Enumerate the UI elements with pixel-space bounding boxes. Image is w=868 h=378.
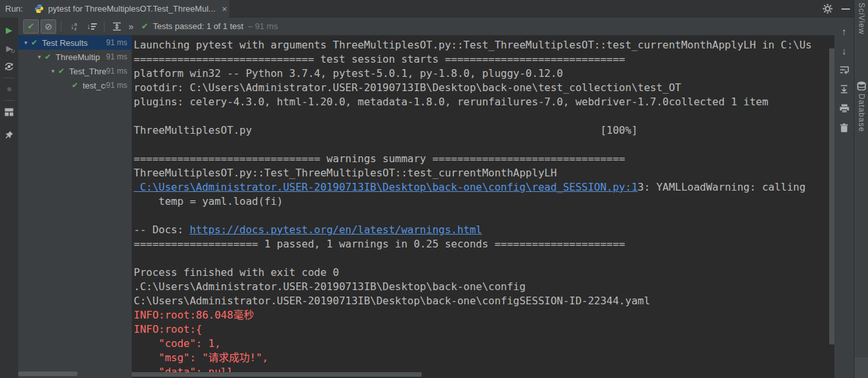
test-tree-row[interactable]: ✔test_cu91 ms — [18, 78, 132, 92]
print-button[interactable] — [836, 100, 852, 117]
header-left: Run: pytest for ThreeMultiplesOT.Test_Th… — [0, 0, 229, 17]
trash-icon — [840, 123, 848, 132]
pytest-icon — [34, 4, 44, 14]
toolwindow-button-database[interactable]: Database — [854, 81, 868, 132]
console-line — [134, 209, 812, 223]
console-line: C:\Users\Administrator.USER-20190713IB\D… — [134, 180, 812, 194]
test-duration: 91 ms — [106, 38, 132, 47]
test-passed-icon: ✔ — [45, 52, 56, 61]
expand-collapse-button[interactable] — [109, 19, 125, 34]
sort-by-duration-icon: ↓ — [87, 22, 97, 31]
show-ignored-button[interactable]: ⊘ — [41, 19, 56, 34]
printer-icon — [840, 104, 849, 113]
divider — [104, 21, 105, 32]
test-tree-panel: ▼✔Test Results91 ms▼✔ThreeMultip91 ms▼✔T… — [18, 36, 132, 378]
expander-icon[interactable]: ▼ — [48, 68, 58, 74]
expander-icon[interactable]: ▼ — [21, 40, 31, 46]
toggle-auto-test-button[interactable] — [0, 59, 18, 74]
console-text-segment: "msg": "请求成功!", — [134, 352, 269, 364]
test-tree-row[interactable]: ▼✔Test_Thre91 ms — [18, 64, 132, 78]
runner-left-toolbar: ▶ ▶↻ ■ — [0, 17, 18, 378]
toolbar-overflow-icon[interactable]: » — [129, 21, 134, 32]
soft-wrap-icon — [840, 65, 849, 74]
pin-icon — [5, 131, 14, 140]
rerun-failed-tests-button[interactable]: ▶↻ — [0, 41, 18, 56]
console-text-segment: ThreeMultiplesOT.py::Test_ThreeMultiples… — [134, 167, 557, 179]
up-stacktrace-button[interactable]: ↑ — [836, 23, 852, 39]
test-passed-icon: ✔ — [58, 67, 69, 76]
run-icon: ▶ — [6, 26, 12, 34]
expander-icon[interactable]: ▼ — [34, 54, 45, 60]
restore-layout-button[interactable] — [0, 105, 18, 119]
soft-wrap-button[interactable] — [836, 61, 852, 78]
show-ignored-icon: ⊘ — [45, 22, 52, 31]
console-text-segment: INFO:root:{ — [134, 323, 202, 335]
divider — [3, 78, 15, 78]
run-config-tab[interactable]: pytest for ThreeMultiplesOT.Test_ThreeMu… — [29, 0, 232, 17]
console-line: C:\Users\Administrator.USER-20190713IB\D… — [134, 294, 812, 308]
clear-all-button[interactable] — [836, 120, 852, 136]
rerun-button[interactable]: ▶ — [0, 23, 18, 37]
test-name: Test Results — [42, 38, 106, 48]
sort-by-duration-button[interactable]: ↓ — [84, 19, 99, 34]
test-duration: 91 ms — [106, 52, 132, 61]
console-text-segment: ThreeMultiplesOT.py [100%] — [134, 124, 637, 136]
gear-icon[interactable] — [823, 4, 832, 14]
test-passed-icon: ✔ — [72, 81, 83, 90]
console-text-segment: Process finished with exit code 0 — [134, 266, 339, 278]
sciview-label: SciView — [857, 3, 866, 34]
console-text-segment: .C:\Users\Administrator.USER-20190713IB\… — [134, 280, 526, 293]
down-stacktrace-button[interactable]: ↓ — [836, 42, 852, 59]
scroll-to-end-button[interactable] — [836, 81, 852, 98]
stop-icon: ■ — [6, 85, 11, 93]
console-line: platform win32 -- Python 3.7.4, pytest-5… — [134, 67, 812, 81]
console-text-segment: rootdir: C:\Users\Administrator.USER-201… — [134, 81, 681, 94]
arrow-up-icon: ↑ — [842, 26, 847, 36]
console-text-segment: INFO:root:86.048毫秒 — [134, 309, 254, 321]
header-right — [823, 0, 850, 17]
console-output[interactable]: Launching pytest with arguments ThreeMul… — [132, 36, 834, 378]
tab-close-icon[interactable]: × — [222, 4, 227, 14]
console-line: Launching pytest with arguments ThreeMul… — [134, 38, 812, 52]
show-passed-button[interactable]: ✔ — [23, 19, 39, 34]
test-tree: ▼✔Test Results91 ms▼✔ThreeMultip91 ms▼✔T… — [18, 36, 132, 92]
console-toolbar: ↑ ↓ — [834, 17, 854, 378]
auto-test-icon — [4, 61, 14, 72]
console-line: ============================== warnings … — [134, 152, 812, 166]
console-line: ==================== 1 passed, 1 warning… — [134, 237, 812, 251]
console-text-segment: 3: YAMLLoadWarning: calling — [637, 181, 805, 193]
console-line: ThreeMultiplesOT.py::Test_ThreeMultiples… — [134, 166, 812, 180]
console-horizontal-scrollbar[interactable] — [132, 372, 422, 377]
test-passed-icon: ✔ — [31, 38, 42, 47]
sort-alphabetically-button[interactable]: ↓ az — [66, 19, 81, 34]
show-passed-icon: ✔ — [28, 22, 35, 30]
console-link[interactable]: C:\Users\Administrator.USER-20190713IB\D… — [134, 181, 637, 193]
console-text-segment: ============================= test sessi… — [134, 53, 625, 65]
test-tree-row[interactable]: ▼✔ThreeMultip91 ms — [18, 50, 132, 64]
tab-title: pytest for ThreeMultiplesOT.Test_ThreeMu… — [48, 4, 215, 14]
hide-toolwindow-icon[interactable] — [842, 8, 850, 10]
console-line: INFO:root:86.048毫秒 — [134, 308, 812, 322]
console-line: rootdir: C:\Users\Administrator.USER-201… — [134, 81, 812, 95]
stop-button[interactable]: ■ — [0, 82, 18, 96]
tree-horizontal-scrollbar[interactable] — [18, 372, 78, 376]
console-line: plugins: celery-4.3.0, html-1.20.0, meta… — [134, 95, 812, 109]
right-toolwindow-bar: SciView Database — [854, 0, 868, 378]
console-line — [134, 251, 812, 266]
test-tree-row[interactable]: ▼✔Test Results91 ms — [18, 36, 132, 50]
console-text-segment: ==================== 1 passed, 1 warning… — [134, 238, 625, 250]
arrow-down-icon: ↓ — [842, 46, 847, 56]
console-text-segment: plugins: celery-4.3.0, html-1.20.0, meta… — [134, 96, 769, 108]
restore-layout-icon — [5, 108, 14, 116]
console-text-segment: "code": 1, — [134, 337, 221, 350]
test-name: Test_Thre — [69, 67, 106, 76]
console-link[interactable]: https://docs.pytest.org/en/latest/warnin… — [190, 224, 482, 236]
console-text: Launching pytest with arguments ThreeMul… — [134, 38, 812, 378]
console-vertical-scrollbar[interactable] — [829, 48, 834, 344]
console-text-segment: ============================== warnings … — [134, 152, 625, 165]
console-line — [134, 138, 812, 152]
console-line — [134, 109, 812, 123]
console-text-segment: platform win32 -- Python 3.7.4, pytest-5… — [134, 67, 563, 79]
toolwindow-button-sciview[interactable]: SciView — [854, 3, 868, 34]
pin-tab-button[interactable] — [0, 128, 18, 142]
